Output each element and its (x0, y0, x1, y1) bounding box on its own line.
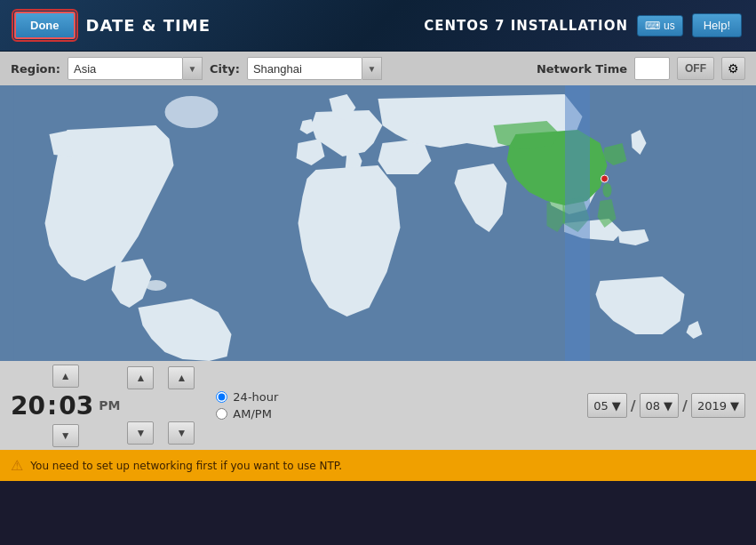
hour-spinner: ▲ 20 : 03 PM ▼ (11, 365, 120, 447)
region-dropdown-wrapper: ▼ (68, 57, 203, 80)
timezone-highlight (565, 85, 590, 361)
keyboard-lang: us (664, 20, 675, 32)
period-display: PM (99, 398, 120, 413)
app-title: CENTOS 7 INSTALLATION (424, 18, 628, 34)
hour-down-row: ▼ (52, 424, 79, 447)
day-value: 08 (646, 399, 661, 413)
year-dropdown[interactable]: 2019 ▼ (691, 393, 745, 418)
help-button[interactable]: Help! (692, 13, 742, 37)
time-display: 20 : 03 PM (11, 391, 120, 421)
city-dropdown-wrapper: ▼ (247, 57, 382, 80)
done-button[interactable]: Done (14, 12, 76, 39)
warning-text: You need to set up networking first if y… (30, 460, 342, 472)
time-format-options: 24-hour AM/PM (216, 390, 278, 421)
chevron-up-icon-2: ▲ (135, 372, 146, 384)
header: Done DATE & TIME CENTOS 7 INSTALLATION ⌨… (0, 0, 756, 52)
keyboard-icon: ⌨ (645, 20, 660, 32)
minute-down-button[interactable]: ▼ (127, 421, 154, 445)
keyboard-button[interactable]: ⌨ us (637, 15, 683, 36)
bottom-controls: ▲ 20 : 03 PM ▼ ▲ ▼ ▲ ▼ (0, 361, 756, 450)
month-chevron-icon: ▼ (612, 399, 621, 413)
hour-up-row: ▲ (52, 365, 79, 388)
hour-up-button[interactable]: ▲ (52, 365, 79, 388)
page-title: DATE & TIME (86, 16, 211, 35)
date-controls: 05 ▼ / 08 ▼ / 2019 ▼ (587, 393, 745, 418)
network-time-label: Network Time (537, 62, 627, 76)
format-ampm-label: AM/PM (233, 407, 272, 421)
region-label: Region: (11, 62, 60, 76)
region-input[interactable] (68, 57, 183, 80)
city-label: City: (210, 62, 240, 76)
chevron-down-icon-2: ▼ (367, 64, 376, 74)
city-dropdown-btn[interactable]: ▼ (362, 57, 382, 80)
chevron-down-icon-5: ▼ (176, 427, 187, 439)
second-up-button[interactable]: ▲ (168, 366, 195, 389)
chevron-up-icon-3: ▲ (176, 372, 187, 384)
year-chevron-icon: ▼ (730, 399, 739, 413)
hour-down-button[interactable]: ▼ (52, 424, 79, 447)
chevron-up-icon: ▲ (60, 370, 71, 382)
warning-bar: ⚠ You need to set up networking first if… (0, 450, 756, 481)
minute-up-button[interactable]: ▲ (127, 366, 154, 389)
ntp-toggle[interactable]: OFF (677, 57, 714, 80)
format-24-option[interactable]: 24-hour (216, 390, 278, 404)
ntp-settings-button[interactable]: ⚙ (721, 57, 745, 80)
minutes-display: 03 (59, 391, 93, 421)
svg-point-4 (601, 175, 609, 182)
svg-point-2 (146, 280, 167, 291)
month-value: 05 (593, 399, 609, 413)
map-area[interactable] (0, 85, 756, 361)
city-input[interactable] (247, 57, 362, 80)
date-separator-1: / (631, 397, 636, 414)
second-down-button[interactable]: ▼ (168, 421, 195, 445)
region-dropdown-btn[interactable]: ▼ (183, 57, 203, 80)
day-dropdown[interactable]: 08 ▼ (640, 393, 680, 418)
chevron-down-icon-4: ▼ (135, 427, 146, 439)
month-dropdown[interactable]: 05 ▼ (587, 393, 627, 418)
header-right: CENTOS 7 INSTALLATION ⌨ us Help! (424, 13, 742, 37)
day-chevron-icon: ▼ (664, 399, 672, 413)
svg-point-3 (603, 183, 612, 197)
controls-bar: Region: ▼ City: ▼ Network Time OFF ⚙ (0, 52, 756, 85)
network-time-input[interactable] (634, 57, 670, 80)
minute-spinner: ▲ ▼ (127, 366, 154, 445)
svg-point-1 (165, 96, 219, 128)
gear-icon: ⚙ (728, 61, 739, 76)
header-left: Done DATE & TIME (14, 12, 211, 39)
format-ampm-radio[interactable] (216, 408, 227, 420)
date-separator-2: / (682, 397, 688, 414)
year-value: 2019 (697, 399, 727, 413)
time-colon: : (47, 391, 57, 421)
chevron-down-icon-3: ▼ (60, 429, 71, 442)
format-ampm-option[interactable]: AM/PM (216, 407, 278, 421)
chevron-down-icon: ▼ (188, 64, 197, 74)
format-24-radio[interactable] (216, 391, 227, 403)
warning-icon: ⚠ (11, 457, 23, 474)
hours-display: 20 (11, 391, 45, 421)
second-spinner: ▲ ▼ (168, 366, 195, 445)
world-map[interactable] (0, 85, 756, 361)
format-24-label: 24-hour (233, 390, 278, 404)
